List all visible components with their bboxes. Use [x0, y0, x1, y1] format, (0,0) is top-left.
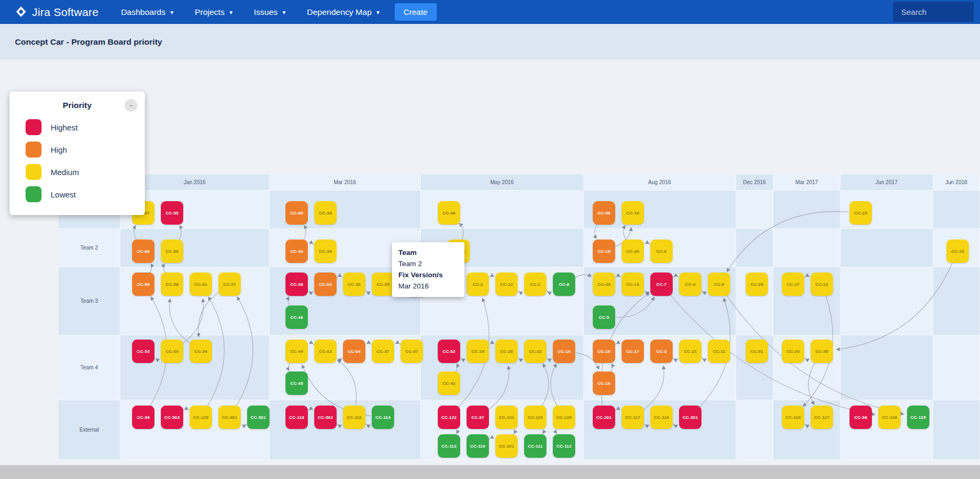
- issue-card-cc-52[interactable]: CC-52: [438, 340, 460, 363]
- issue-card-cc-4[interactable]: CC-4: [679, 272, 701, 296]
- nav-menu-projects[interactable]: Projects▼: [195, 7, 234, 17]
- issue-card-cc-36[interactable]: CC-36: [343, 272, 365, 296]
- issue-card-cc-12[interactable]: CC-12: [495, 272, 518, 296]
- issue-card-cc-18[interactable]: CC-18: [593, 240, 615, 263]
- issue-card-cc-7[interactable]: CC-7: [650, 272, 673, 296]
- issue-card-cc-61[interactable]: CC-61: [190, 272, 212, 296]
- issue-card-cc-6[interactable]: CC-6: [650, 240, 673, 263]
- issue-card-cc-44[interactable]: CC-44: [285, 340, 308, 363]
- issue-card-cc-9[interactable]: CC-9: [708, 272, 730, 296]
- issue-card-cc-122[interactable]: CC-122: [438, 406, 460, 429]
- issue-card-cc-63[interactable]: CC-63: [314, 272, 337, 296]
- issue-card-cc-116[interactable]: CC-116: [343, 406, 365, 429]
- issue-card-cc-14[interactable]: CC-14: [553, 340, 575, 363]
- issue-card-cc-33[interactable]: CC-33: [314, 201, 337, 225]
- issue-card-cc-1[interactable]: CC-1: [524, 272, 546, 296]
- issue-card-label: CC-12: [500, 282, 513, 287]
- issue-card-cc-37[interactable]: CC-37: [372, 340, 394, 363]
- issue-card-cc-45[interactable]: CC-45: [285, 371, 308, 395]
- issue-card-cc-66[interactable]: CC-66: [132, 240, 154, 263]
- issue-card-cc-32[interactable]: CC-32: [524, 340, 546, 363]
- issue-card-cc-127[interactable]: CC-127: [811, 406, 833, 429]
- issue-card-cc-131[interactable]: CC-131: [495, 406, 518, 429]
- issue-card-cc-98[interactable]: CC-98: [850, 406, 872, 429]
- issue-card-cc-118[interactable]: CC-118: [285, 406, 308, 429]
- nav-menu-dashboards[interactable]: Dashboards▼: [121, 7, 174, 17]
- issue-card-cc-3[interactable]: CC-3: [650, 340, 673, 363]
- issue-card-cc-42[interactable]: CC-42: [438, 371, 460, 395]
- issue-card-cc-114[interactable]: CC-114: [372, 406, 394, 429]
- issue-card-cc-22[interactable]: CC-22: [811, 272, 833, 296]
- issue-card-cc-8[interactable]: CC-8: [553, 272, 575, 296]
- issue-card-cc-17[interactable]: CC-17: [622, 340, 644, 363]
- issue-card-cc-10[interactable]: CC-10: [593, 340, 615, 363]
- create-button[interactable]: Create: [395, 3, 437, 21]
- issue-card-cc-201[interactable]: CC-201: [593, 406, 615, 429]
- issue-card-cc-62[interactable]: CC-62: [314, 340, 337, 363]
- issue-card-cc-128[interactable]: CC-128: [878, 406, 901, 429]
- issue-card-cc-123[interactable]: CC-123: [782, 406, 804, 429]
- issue-card-cc-55[interactable]: CC-55: [161, 201, 183, 225]
- issue-card-cc-27[interactable]: CC-27: [782, 272, 804, 296]
- issue-card-cc-15[interactable]: CC-15: [622, 201, 644, 225]
- nav-menu-issues[interactable]: Issues▼: [254, 7, 287, 17]
- issue-card-cc-113[interactable]: CC-113: [438, 434, 460, 458]
- issue-card-cc-53[interactable]: CC-53: [132, 340, 154, 363]
- issue-card-cc-54[interactable]: CC-54: [190, 340, 212, 363]
- issue-card-cc-16[interactable]: CC-16: [593, 371, 615, 395]
- issue-card-cc-35[interactable]: CC-35: [372, 272, 394, 296]
- issue-card-cc-25[interactable]: CC-25: [850, 201, 872, 225]
- issue-card-cc-99[interactable]: CC-99: [132, 406, 154, 429]
- issue-card-cc-401[interactable]: CC-401: [218, 406, 241, 429]
- issue-card-cc-23[interactable]: CC-23: [946, 240, 969, 263]
- issue-card-cc-502[interactable]: CC-502: [314, 406, 337, 429]
- issue-card-cc-2[interactable]: CC-2: [467, 272, 489, 296]
- issue-card-cc-58[interactable]: CC-58: [161, 272, 183, 296]
- issue-card-cc-125[interactable]: CC-125: [907, 406, 929, 429]
- issue-card-cc-57[interactable]: CC-57: [218, 272, 241, 296]
- issue-card-cc-50[interactable]: CC-50: [593, 201, 615, 225]
- issue-card-cc-46[interactable]: CC-46: [285, 305, 308, 329]
- issue-card-cc-503[interactable]: CC-503: [161, 406, 183, 429]
- issue-card-cc-47[interactable]: CC-47: [401, 340, 423, 363]
- row-label-team-2: Team 2: [59, 229, 120, 267]
- nav-menu-dependency-map[interactable]: Dependency Map▼: [307, 7, 380, 17]
- issue-card-cc-51[interactable]: CC-51: [746, 340, 768, 363]
- issue-card-cc-5[interactable]: CC-5: [593, 305, 615, 329]
- issue-card-cc-129[interactable]: CC-129: [190, 406, 212, 429]
- jira-logo[interactable]: Jira Software: [15, 6, 99, 19]
- issue-card-cc-20[interactable]: CC-20: [622, 240, 644, 263]
- issue-card-cc-43[interactable]: CC-43: [285, 240, 308, 263]
- issue-card-cc-60[interactable]: CC-60: [161, 340, 183, 363]
- search-input[interactable]: Search: [893, 2, 974, 22]
- issue-card-cc-49[interactable]: CC-49: [593, 272, 615, 296]
- issue-card-cc-110[interactable]: CC-110: [467, 434, 489, 458]
- issue-card-cc-64[interactable]: CC-64: [343, 340, 365, 363]
- issue-card-cc-38[interactable]: CC-38: [285, 272, 308, 296]
- issue-card-cc-24[interactable]: CC-24: [782, 340, 804, 363]
- issue-card-cc-117[interactable]: CC-117: [622, 406, 644, 429]
- issue-card-cc-21[interactable]: CC-21: [679, 340, 701, 363]
- issue-card-cc-112[interactable]: CC-112: [553, 434, 575, 458]
- issue-card-cc-97[interactable]: CC-97: [467, 406, 489, 429]
- issue-card-cc-115[interactable]: CC-115: [524, 406, 546, 429]
- issue-card-cc-40[interactable]: CC-40: [438, 201, 460, 225]
- issue-card-cc-29[interactable]: CC-29: [746, 272, 768, 296]
- issue-card-cc-28[interactable]: CC-28: [495, 340, 518, 363]
- issue-card-cc-119[interactable]: CC-119: [650, 406, 673, 429]
- issue-card-cc-34[interactable]: CC-34: [314, 240, 337, 263]
- issue-card-cc-56[interactable]: CC-56: [161, 240, 183, 263]
- issue-card-cc-120[interactable]: CC-120: [553, 406, 575, 429]
- issue-card-cc-11[interactable]: CC-11: [708, 340, 730, 363]
- issue-card-cc-111[interactable]: CC-111: [524, 434, 546, 458]
- issue-card-cc-301[interactable]: CC-301: [679, 406, 701, 429]
- legend-collapse-button[interactable]: -: [125, 99, 137, 112]
- issue-card-cc-101[interactable]: CC-101: [495, 434, 518, 458]
- column-header-dec-2016: Dec 2016: [736, 175, 773, 191]
- issue-card-cc-13[interactable]: CC-13: [622, 272, 644, 296]
- issue-card-cc-501[interactable]: CC-501: [247, 406, 270, 429]
- issue-card-cc-59[interactable]: CC-59: [132, 272, 154, 296]
- issue-card-cc-39[interactable]: CC-39: [811, 340, 833, 363]
- issue-card-cc-19[interactable]: CC-19: [467, 340, 489, 363]
- issue-card-cc-65[interactable]: CC-65: [285, 201, 308, 225]
